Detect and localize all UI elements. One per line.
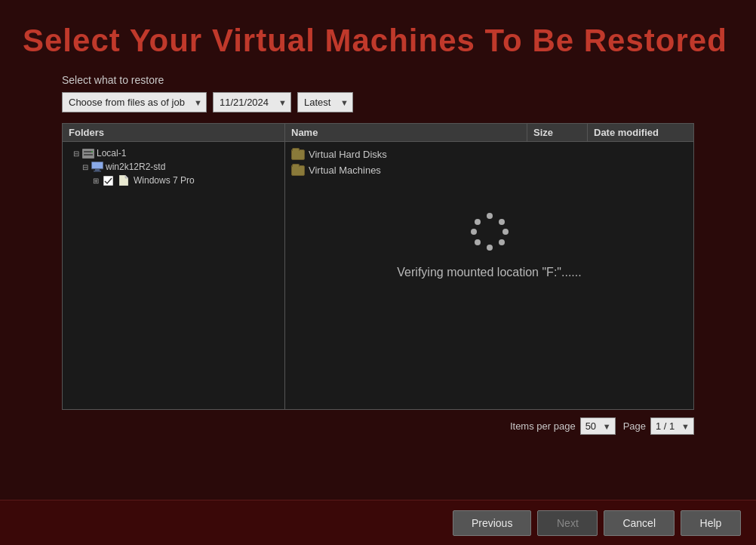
page-dropdown[interactable]: 1 / 1 <box>650 417 694 435</box>
date-dropdown-wrapper: 11/21/2024 ▼ <box>213 92 291 112</box>
pagination-row: Items per page 50 ▼ Page 1 / 1 ▼ <box>0 410 756 442</box>
svg-rect-8 <box>103 176 113 186</box>
file-item-vm[interactable]: Virtual Machines <box>291 162 687 178</box>
svg-rect-5 <box>92 162 103 168</box>
page-dropdown-wrapper: 1 / 1 ▼ <box>650 417 694 435</box>
tree-item-win7pro[interactable]: ⊞ Windows 7 Pro <box>91 174 281 187</box>
main-content: Folders ⊟ Local-1 ⊟ <box>62 123 694 410</box>
files-header: Name Size Date modified <box>285 124 693 142</box>
svg-rect-6 <box>95 169 100 171</box>
checkbox-icon <box>102 175 114 186</box>
files-list: Virtual Hard Disks Virtual Machines <box>285 142 693 183</box>
tree-label-win7pro: Windows 7 Pro <box>134 175 195 186</box>
spinner <box>471 213 509 251</box>
folders-panel: Folders ⊟ Local-1 ⊟ <box>63 124 285 409</box>
files-panel: Name Size Date modified Virtual Hard Dis… <box>285 124 693 409</box>
files-as-of-dropdown-wrapper: Choose from files as of job ▼ <box>62 92 207 112</box>
previous-button[interactable]: Previous <box>453 510 531 536</box>
svg-point-3 <box>91 151 93 152</box>
items-per-page-dropdown[interactable]: 50 <box>580 417 616 435</box>
date-column-header: Date modified <box>588 124 693 141</box>
svg-rect-2 <box>84 154 93 155</box>
restore-label: Select what to restore <box>0 74 756 92</box>
items-per-page-dropdown-wrapper: 50 ▼ <box>580 417 616 435</box>
tree-container: ⊟ Local-1 ⊟ <box>63 142 284 192</box>
svg-rect-0 <box>82 149 94 159</box>
svg-marker-10 <box>125 175 128 178</box>
size-column-header: Size <box>527 124 588 141</box>
spinner-dot-6 <box>475 239 481 245</box>
spinner-dot-7 <box>471 229 477 235</box>
spinner-dot-4 <box>499 239 505 245</box>
expand-icon-win2k12r2std: ⊟ <box>81 162 90 171</box>
items-per-page-label: Items per page <box>510 420 576 432</box>
tree-label-local1: Local-1 <box>97 148 126 159</box>
tree-item-win2k12r2std[interactable]: ⊟ win2k12R2-std <box>81 160 281 174</box>
latest-dropdown[interactable]: Latest <box>297 92 353 112</box>
folder-icon-vhd <box>291 149 305 160</box>
spinner-dot-1 <box>487 213 493 219</box>
computer-icon <box>91 162 103 172</box>
spinner-dot-8 <box>475 219 481 225</box>
folder-icon-vm <box>291 165 305 176</box>
date-dropdown[interactable]: 11/21/2024 <box>213 92 291 112</box>
page-label: Page <box>623 420 646 432</box>
latest-dropdown-wrapper: Latest ▼ <box>297 92 353 112</box>
file-item-vhd[interactable]: Virtual Hard Disks <box>291 146 687 162</box>
dropdowns-row: Choose from files as of job ▼ 11/21/2024… <box>0 92 756 123</box>
expand-icon-local1: ⊟ <box>72 149 81 158</box>
tree-label-win2k12r2std: win2k12R2-std <box>106 162 165 172</box>
loading-area: Verifying mounted location "F:"...... <box>285 183 693 309</box>
help-button[interactable]: Help <box>681 510 741 536</box>
page-info-group: Page 1 / 1 ▼ <box>623 417 694 435</box>
spinner-dot-2 <box>499 219 505 225</box>
files-as-of-dropdown[interactable]: Choose from files as of job <box>62 92 207 112</box>
name-column-header: Name <box>285 124 527 141</box>
verifying-text: Verifying mounted location "F:"...... <box>397 266 581 279</box>
spinner-dot-3 <box>502 229 509 235</box>
file-icon <box>118 175 130 186</box>
spinner-dot-5 <box>487 245 493 251</box>
expand-icon-win7pro: ⊞ <box>91 176 100 185</box>
footer: Previous Next Cancel Help <box>0 500 756 545</box>
file-item-label-vhd: Virtual Hard Disks <box>309 149 387 160</box>
next-button[interactable]: Next <box>537 510 598 536</box>
folders-panel-header: Folders <box>63 124 284 142</box>
cancel-button[interactable]: Cancel <box>604 510 675 536</box>
tree-item-local1[interactable]: ⊟ Local-1 <box>72 146 281 160</box>
svg-rect-7 <box>94 171 101 172</box>
items-per-page-group: Items per page 50 ▼ <box>510 417 616 435</box>
page-title: Select Your Virtual Machines To Be Resto… <box>0 0 756 74</box>
server-icon <box>82 148 94 159</box>
file-item-label-vm: Virtual Machines <box>309 165 381 176</box>
